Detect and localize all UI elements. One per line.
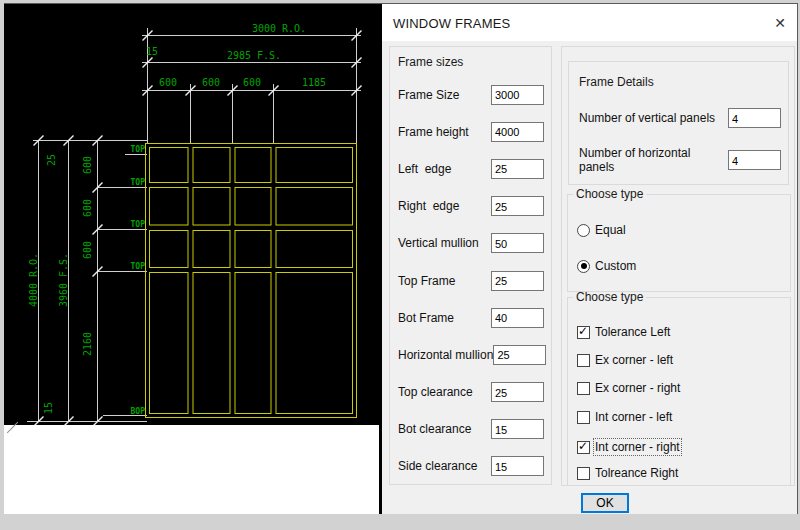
marker-bop: BOP: [131, 407, 146, 416]
field-label: Horizontal mullion: [398, 348, 493, 362]
checkbox-label: Ex corner - right: [595, 381, 680, 395]
field-top-clearance: Top clearance: [390, 374, 551, 411]
field-label: Number of horizontal panels: [579, 146, 728, 174]
checkbox-int-corner-left[interactable]: ✓ Int corner - left: [577, 410, 672, 424]
check-icon: ✓: [578, 324, 588, 338]
checkbox-label: Int corner - right: [595, 440, 680, 454]
dim-label-top-gap: 15: [146, 46, 158, 57]
field-label: Vertical mullion: [398, 236, 479, 250]
field-vertical-panels: Number of vertical panels: [579, 108, 781, 128]
dim-label-left-gap-top: 25: [46, 154, 57, 166]
field-label: Side clearance: [398, 459, 477, 473]
vertical-mullion-input[interactable]: [491, 233, 544, 253]
checkbox-label: Tolreance Right: [595, 466, 678, 480]
dim-label-col-1: 600: [159, 77, 177, 88]
checkbox-icon: ✓: [577, 467, 590, 480]
checkbox-label: Tolerance Left: [595, 325, 670, 339]
field-label: Right edge: [398, 199, 459, 213]
frame-sizes-heading: Frame sizes: [398, 55, 463, 69]
field-label: Left edge: [398, 162, 451, 176]
choose-type-radio-heading: Choose type: [573, 187, 646, 201]
window-frames-dialog: WINDOW FRAMES ✕ Frame sizes Frame Size F…: [379, 4, 797, 514]
dim-label-left-gap-bottom: 15: [43, 402, 54, 414]
checkbox-icon: ✓: [577, 411, 590, 424]
bot-clearance-input[interactable]: [491, 419, 544, 439]
radio-equal[interactable]: Equal: [577, 223, 626, 237]
window-frame-drawing: [146, 144, 357, 418]
dimension-labels: 3000 R.O. 2985 F.S. 15 600 600 600 1185 …: [28, 23, 326, 416]
dialog-title: WINDOW FRAMES: [393, 16, 510, 31]
frame-sizes-rows: Frame Size Frame height Left edge Right …: [390, 76, 551, 485]
field-label: Bot clearance: [398, 422, 471, 436]
side-clearance-input[interactable]: [491, 456, 544, 476]
ok-button[interactable]: OK: [581, 493, 629, 513]
checkbox-icon: ✓: [577, 382, 590, 395]
field-vertical-mullion: Vertical mullion: [390, 225, 551, 262]
top-clearance-input[interactable]: [491, 382, 544, 402]
checkbox-int-corner-right[interactable]: ✓ Int corner - right: [577, 440, 680, 454]
dialog-body: Frame sizes Frame Size Frame height Left…: [382, 41, 797, 514]
marker-top-4: TOP: [131, 262, 146, 271]
field-horizontal-mullion: Horizontal mullion: [390, 336, 551, 373]
frame-options-panel: Frame Details Number of vertical panels …: [561, 46, 795, 486]
radio-label: Equal: [595, 223, 626, 237]
dialog-titlebar[interactable]: WINDOW FRAMES ✕: [382, 4, 797, 41]
field-bot-clearance: Bot clearance: [390, 411, 551, 448]
field-bot-frame: Bot Frame: [390, 299, 551, 336]
horizontal-mullion-input[interactable]: [493, 345, 546, 365]
field-frame-height: Frame height: [390, 113, 551, 150]
dim-label-ro-height: 4000 R.O.: [28, 253, 39, 307]
checkbox-tolerance-left[interactable]: ✓ Tolerance Left: [577, 325, 670, 339]
field-top-frame: Top Frame: [390, 262, 551, 299]
cad-drawing-canvas[interactable]: 3000 R.O. 2985 F.S. 15 600 600 600 1185 …: [4, 4, 379, 425]
app-window: 3000 R.O. 2985 F.S. 15 600 600 600 1185 …: [4, 3, 798, 514]
radio-label: Custom: [595, 259, 636, 273]
marker-top-1: TOP: [131, 145, 146, 154]
checkbox-ex-corner-left[interactable]: ✓ Ex corner - left: [577, 353, 673, 367]
dim-label-row-3: 600: [82, 241, 93, 259]
choose-type-check-heading: Choose type: [573, 290, 646, 304]
cad-blank-area[interactable]: [4, 425, 379, 514]
dim-label-col-2: 600: [202, 77, 220, 88]
field-label: Number of vertical panels: [579, 111, 715, 125]
choose-type-check-group: Choose type ✓ Tolerance Left ✓ Ex corner…: [567, 290, 791, 486]
frame-height-input[interactable]: [491, 122, 544, 142]
choose-type-radio-group: Choose type Equal Custom: [567, 187, 791, 292]
vertical-panels-input[interactable]: [728, 108, 781, 128]
dim-label-row-1: 600: [82, 156, 93, 174]
field-frame-size: Frame Size: [390, 76, 551, 113]
dim-label-ro-width: 3000 R.O.: [252, 23, 306, 34]
check-icon: ✓: [578, 439, 588, 453]
right-edge-input[interactable]: [491, 196, 544, 216]
dimension-ticks: [34, 31, 362, 426]
field-horizontal-panels: Number of horizontal panels: [579, 150, 781, 170]
dim-label-fs-height: 3960 F.S.: [58, 253, 69, 307]
dim-label-col-4: 1185: [302, 77, 326, 88]
checkbox-tolreance-right[interactable]: ✓ Tolreance Right: [577, 466, 678, 480]
frame-details-box: Frame Details Number of vertical panels …: [568, 61, 789, 185]
checkbox-icon: ✓: [577, 326, 590, 339]
radio-icon: [577, 224, 590, 237]
horizontal-panels-input[interactable]: [728, 150, 781, 170]
radio-icon: [577, 260, 590, 273]
left-edge-input[interactable]: [491, 159, 544, 179]
field-left-edge: Left edge: [390, 150, 551, 187]
frame-size-input[interactable]: [491, 85, 544, 105]
frame-details-heading: Frame Details: [579, 75, 654, 89]
field-label: Frame Size: [398, 88, 459, 102]
checkbox-ex-corner-right[interactable]: ✓ Ex corner - right: [577, 381, 680, 395]
frame-sizes-panel: Frame sizes Frame Size Frame height Left…: [389, 46, 552, 485]
bot-frame-input[interactable]: [491, 308, 544, 328]
checkbox-label: Ex corner - left: [595, 353, 673, 367]
field-label: Frame height: [398, 125, 469, 139]
checkbox-label: Int corner - left: [595, 410, 672, 424]
field-side-clearance: Side clearance: [390, 448, 551, 485]
dim-label-fs-width: 2985 F.S.: [227, 50, 281, 61]
field-label: Top Frame: [398, 274, 455, 288]
top-frame-input[interactable]: [491, 271, 544, 291]
dim-label-row-4: 2160: [82, 332, 93, 356]
cad-area: 3000 R.O. 2985 F.S. 15 600 600 600 1185 …: [4, 4, 379, 514]
close-icon[interactable]: ✕: [769, 12, 791, 34]
marker-top-3: TOP: [131, 220, 146, 229]
radio-custom[interactable]: Custom: [577, 259, 636, 273]
